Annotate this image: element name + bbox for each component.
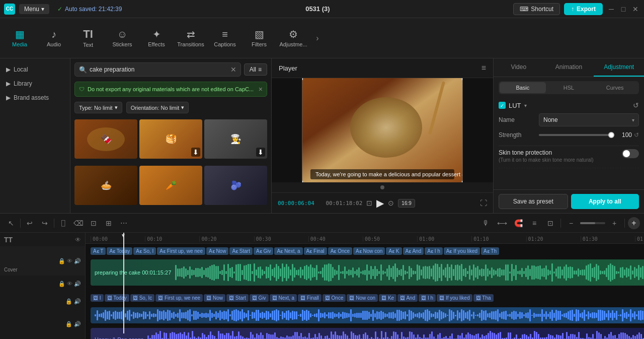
sidebar-item-local[interactable]: ▶ Local xyxy=(0,62,70,77)
media-item-1[interactable]: 🍫 xyxy=(74,119,137,159)
download-button-3[interactable]: ⬇ xyxy=(256,148,265,157)
music-lock-icon[interactable]: 🔒 xyxy=(65,321,72,327)
music-volume-icon[interactable]: 🔊 xyxy=(74,321,81,327)
sub-chip-13[interactable]: 🖼 If you liked xyxy=(437,294,472,302)
frame-icon[interactable]: ⊡ xyxy=(366,199,372,207)
media-item-5[interactable]: 🥕 xyxy=(139,166,202,205)
download-button-2[interactable]: ⬇ xyxy=(191,148,200,157)
type-filter[interactable]: Type: No limit ▾ xyxy=(74,102,122,113)
apply-all-button[interactable]: Apply to all xyxy=(571,194,639,209)
skin-tone-toggle[interactable] xyxy=(622,149,639,158)
toolbar-more-button[interactable]: › xyxy=(312,33,323,44)
shortcut-button[interactable]: ⌨ Shortcut xyxy=(513,3,560,15)
caption-visibility-icon[interactable]: 👁 xyxy=(75,236,81,243)
tab-animation[interactable]: Animation xyxy=(544,58,594,77)
strength-reset-icon[interactable]: ↺ xyxy=(634,131,639,139)
sub-lock-icon[interactable]: 🔒 xyxy=(58,281,65,287)
sub-visibility-icon[interactable]: 👁 xyxy=(67,281,72,287)
caption-chip-5[interactable]: Aɛ Start xyxy=(229,247,253,255)
lut-expand-icon[interactable]: ▾ xyxy=(524,103,527,108)
strength-thumb[interactable] xyxy=(608,132,614,138)
audio-track[interactable] xyxy=(86,307,644,326)
zoom-in-button[interactable]: + xyxy=(607,216,621,230)
caption-chip-6[interactable]: Aɛ Giv xyxy=(254,247,273,255)
caption-chip-4[interactable]: Aɛ Now xyxy=(206,247,228,255)
link-icon[interactable]: ⟷ xyxy=(495,216,509,230)
sub-volume-icon[interactable]: 🔊 xyxy=(74,281,81,287)
tab-adjustment[interactable]: Adjustment xyxy=(594,58,644,77)
caption-chip-1[interactable]: Aɛ Today xyxy=(107,247,132,255)
strength-slider[interactable] xyxy=(539,134,614,136)
sub-chip-6[interactable]: 🖼 Giv xyxy=(250,294,269,302)
subtab-curves[interactable]: Curves xyxy=(592,82,638,93)
sub-chip-once[interactable]: 🖼 Once xyxy=(323,294,346,302)
clear-search-button[interactable]: ✕ xyxy=(230,65,236,74)
more-tool[interactable]: ⋯ xyxy=(117,216,131,230)
tool-effects[interactable]: ✦ Effects xyxy=(140,20,173,56)
lut-name-select[interactable]: None ▾ xyxy=(539,113,639,126)
sub-chip-12[interactable]: 🖼 I h xyxy=(419,294,436,302)
close-button[interactable]: ✕ xyxy=(631,5,640,14)
subtab-basic[interactable]: Basic xyxy=(500,82,546,93)
all-filter-button[interactable]: All ≡ xyxy=(244,63,267,76)
magnet-icon[interactable]: 🧲 xyxy=(511,216,525,230)
caption-chip-11[interactable]: Aɛ And xyxy=(403,247,424,255)
mic-button[interactable]: 🎙 xyxy=(479,216,493,230)
audio-volume-icon[interactable]: 🔊 xyxy=(74,298,81,305)
video-volume-icon[interactable]: 🔊 xyxy=(74,258,81,264)
media-item-6[interactable]: 🫐 xyxy=(204,166,267,205)
video-track[interactable]: preparing the cake 00:01:15:27 xyxy=(86,259,644,289)
caption-chip-14[interactable]: Aɛ Th xyxy=(481,247,499,255)
zoom-slider[interactable] xyxy=(580,222,605,224)
tool-media[interactable]: ▦ Media xyxy=(3,20,36,56)
lut-checkbox[interactable]: ✓ xyxy=(499,102,506,109)
orientation-filter[interactable]: Orientation: No limit ▾ xyxy=(126,102,189,113)
caption-chip-8[interactable]: Aɛ Final xyxy=(304,247,327,255)
maximize-button[interactable]: □ xyxy=(619,5,628,14)
search-input[interactable] xyxy=(90,66,228,73)
sub-chip-11[interactable]: 🖼 And xyxy=(397,294,418,302)
sub-chip-5[interactable]: 🖼 Start xyxy=(226,294,249,302)
caption-chip-once[interactable]: Aɛ Once xyxy=(328,247,352,255)
mask-tool[interactable]: ⊡ xyxy=(87,216,101,230)
sub-chip-1[interactable]: 🖼 Today xyxy=(105,294,129,302)
tool-filters[interactable]: ▧ Filters xyxy=(243,20,276,56)
tab-video[interactable]: Video xyxy=(494,58,544,77)
caption-chip-3[interactable]: Aɛ First up, we nee xyxy=(157,247,205,255)
caption-chip-7[interactable]: Aɛ Next, a xyxy=(274,247,302,255)
video-visibility-icon[interactable]: 👁 xyxy=(67,258,72,264)
audio-lock-icon[interactable]: 🔒 xyxy=(65,298,72,305)
tool-audio[interactable]: ♪ Audio xyxy=(37,20,70,56)
caption-chip-10[interactable]: Aɛ K xyxy=(386,247,401,255)
sub-chip-14[interactable]: 🖼 Tha xyxy=(473,294,494,302)
video-lock-icon[interactable]: 🔒 xyxy=(58,258,65,264)
sidebar-item-brand-assets[interactable]: ▶ Brand assets xyxy=(0,91,70,105)
split-tool[interactable]: ⌷ xyxy=(56,216,70,230)
caption-chip-12[interactable]: Aɛ I h xyxy=(425,247,443,255)
player-menu-icon[interactable]: ≡ xyxy=(481,63,486,73)
sub-icon[interactable]: ⊡ xyxy=(543,216,557,230)
save-preset-button[interactable]: Save as preset xyxy=(499,194,568,209)
caption-chip-9[interactable]: Aɛ Now con xyxy=(353,247,385,255)
sub-chip-8[interactable]: 🖼 Finall xyxy=(298,294,321,302)
menu-button[interactable]: Menu ▾ xyxy=(19,4,49,14)
lut-reset-button[interactable]: ↺ xyxy=(633,101,639,109)
caption-chip-13[interactable]: Aɛ If you liked xyxy=(444,247,480,255)
caption-chip-0[interactable]: Aɛ T xyxy=(91,247,106,255)
select-tool[interactable]: ↖ xyxy=(4,216,18,230)
play-button[interactable]: ▶ xyxy=(376,197,384,209)
sub-chip-0[interactable]: 🖼 I xyxy=(91,294,104,302)
subtab-hsl[interactable]: HSL xyxy=(546,82,592,93)
sidebar-item-library[interactable]: ▶ Library xyxy=(0,77,70,91)
tool-stickers[interactable]: ☺ Stickers xyxy=(106,20,139,56)
caption-icon[interactable]: ≡ xyxy=(527,216,541,230)
add-track-button[interactable]: + xyxy=(628,217,640,229)
playhead[interactable]: ▼ xyxy=(123,233,124,333)
fullscreen-button[interactable]: ⛶ xyxy=(480,199,487,207)
sub-chip-10[interactable]: 🖼 Ke xyxy=(379,294,396,302)
sub-chip-3[interactable]: 🖼 First up, we nee xyxy=(155,294,203,302)
tool-captions[interactable]: ≡ Captions xyxy=(208,20,242,56)
crop-tool[interactable]: ⊞ xyxy=(102,216,116,230)
export-button[interactable]: ↑ Export xyxy=(564,3,603,15)
sub-chip-7[interactable]: 🖼 Next, a xyxy=(270,294,297,302)
